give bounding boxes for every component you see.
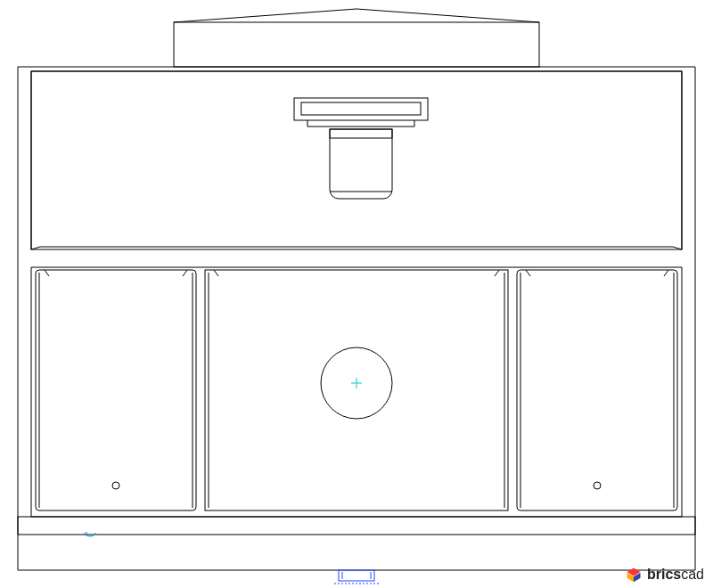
svg-line-40 — [664, 270, 668, 276]
svg-rect-15 — [301, 102, 421, 115]
fan-motor-assembly — [330, 129, 392, 199]
watermark: bricscad — [626, 567, 704, 583]
svg-line-35 — [495, 270, 499, 276]
left-drain-hole — [112, 482, 119, 489]
svg-rect-19 — [330, 129, 392, 138]
svg-rect-14 — [294, 98, 428, 120]
svg-rect-36 — [517, 270, 677, 510]
svg-line-7 — [356, 9, 539, 22]
svg-rect-31 — [205, 270, 508, 510]
lower-compartment — [18, 267, 695, 535]
svg-rect-45 — [339, 570, 374, 581]
left-access-panel — [36, 270, 196, 510]
top-cap-panel — [174, 9, 539, 67]
outer-frame — [18, 67, 695, 570]
bricscad-logo-icon — [626, 567, 642, 583]
center-marker-icon — [351, 378, 362, 388]
base-connection-detail — [334, 570, 379, 584]
center-panel — [205, 270, 508, 510]
watermark-text: bricscad — [647, 567, 704, 583]
cad-drawing-canvas[interactable] — [0, 0, 713, 588]
svg-rect-5 — [174, 22, 539, 67]
right-drain-hole — [594, 482, 601, 489]
svg-line-29 — [45, 270, 49, 276]
right-access-panel — [517, 270, 677, 510]
svg-line-39 — [526, 270, 530, 276]
watermark-brand-light: cad — [681, 567, 704, 582]
svg-line-34 — [214, 270, 218, 276]
watermark-brand-bold: brics — [647, 567, 681, 582]
svg-rect-26 — [36, 270, 196, 510]
motor-bracket — [294, 98, 428, 127]
svg-rect-25 — [18, 517, 695, 535]
svg-line-6 — [174, 9, 356, 22]
svg-line-30 — [183, 270, 187, 276]
